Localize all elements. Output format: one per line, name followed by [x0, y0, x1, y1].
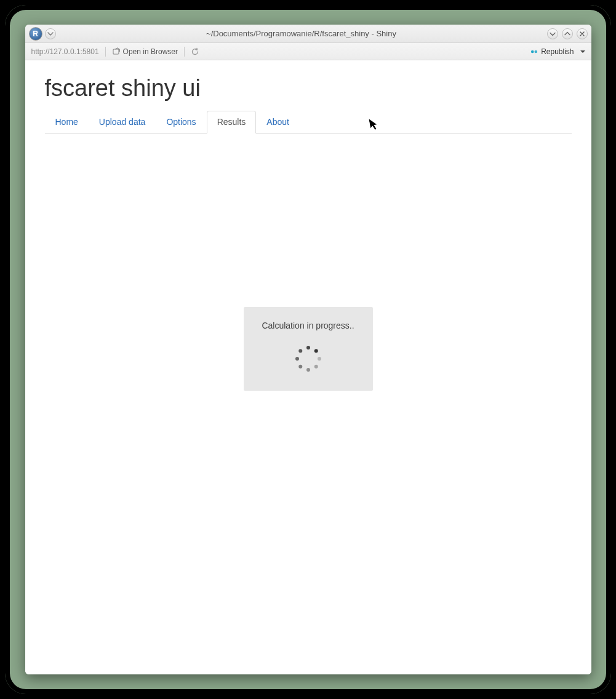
- tab-upload-data[interactable]: Upload data: [89, 111, 156, 134]
- spinner-dot: [295, 357, 299, 361]
- toolbar-divider: [184, 47, 185, 57]
- page-title: fscaret shiny ui: [45, 75, 572, 102]
- chevron-up-icon: [564, 31, 570, 37]
- reload-button[interactable]: [191, 47, 199, 56]
- titlebar: R ~/Documents/Programowanie/R/fscaret_sh…: [25, 25, 591, 43]
- address-text: http://127.0.0.1:5801: [31, 47, 99, 56]
- window: R ~/Documents/Programowanie/R/fscaret_sh…: [25, 25, 591, 674]
- tab-home[interactable]: Home: [45, 111, 89, 134]
- spinner-dot: [318, 357, 321, 361]
- window-menu-button[interactable]: [45, 28, 56, 39]
- popout-icon: [112, 47, 121, 56]
- tab-options[interactable]: Options: [156, 111, 206, 134]
- svg-point-1: [531, 50, 534, 53]
- r-logo-icon: R: [29, 27, 42, 41]
- chevron-down-icon: [550, 31, 556, 37]
- r-logo-letter: R: [33, 30, 38, 38]
- spinner-dot: [314, 365, 318, 369]
- spinner-dot: [298, 365, 302, 369]
- tab-label: Results: [217, 117, 246, 127]
- republish-icon: [530, 47, 538, 56]
- tab-label: About: [266, 117, 289, 127]
- tab-label: Options: [166, 117, 196, 127]
- toolbar-divider: [105, 47, 106, 57]
- tab-label: Home: [55, 117, 78, 127]
- tab-results[interactable]: Results: [207, 111, 257, 134]
- svg-rect-0: [113, 49, 119, 54]
- content-viewport: fscaret shiny ui HomeUpload dataOptionsR…: [25, 60, 591, 674]
- republish-button[interactable]: Republish: [530, 47, 585, 56]
- open-in-browser-label: Open in Browser: [123, 47, 178, 56]
- titlebar-left: R: [29, 27, 56, 41]
- maximize-button[interactable]: [562, 28, 573, 39]
- reload-icon: [191, 47, 199, 56]
- chevron-down-icon: [47, 31, 54, 37]
- spinner-icon: [294, 344, 323, 373]
- minimize-button[interactable]: [547, 28, 558, 39]
- dropdown-caret-icon: [580, 49, 585, 54]
- svg-point-2: [535, 50, 538, 53]
- open-in-browser-button[interactable]: Open in Browser: [112, 47, 178, 56]
- spinner-dot: [306, 368, 310, 372]
- republish-label: Republish: [541, 47, 574, 56]
- spinner-dot: [314, 349, 318, 353]
- close-button[interactable]: [577, 28, 588, 39]
- progress-modal: Calculation in progress..: [244, 307, 373, 391]
- window-title: ~/Documents/Programowanie/R/fscaret_shin…: [56, 29, 547, 38]
- toolbar: http://127.0.0.1:5801 Open in Browser: [25, 43, 591, 60]
- titlebar-controls: [547, 28, 588, 39]
- tabs: HomeUpload dataOptionsResultsAbout: [45, 110, 572, 134]
- spinner-dot: [306, 346, 310, 350]
- spinner-dot: [298, 349, 302, 353]
- tab-about[interactable]: About: [256, 111, 300, 134]
- close-icon: [579, 31, 585, 37]
- tab-label: Upload data: [99, 117, 146, 127]
- outer-frame: R ~/Documents/Programowanie/R/fscaret_sh…: [5, 5, 611, 694]
- progress-text: Calculation in progress..: [254, 321, 363, 330]
